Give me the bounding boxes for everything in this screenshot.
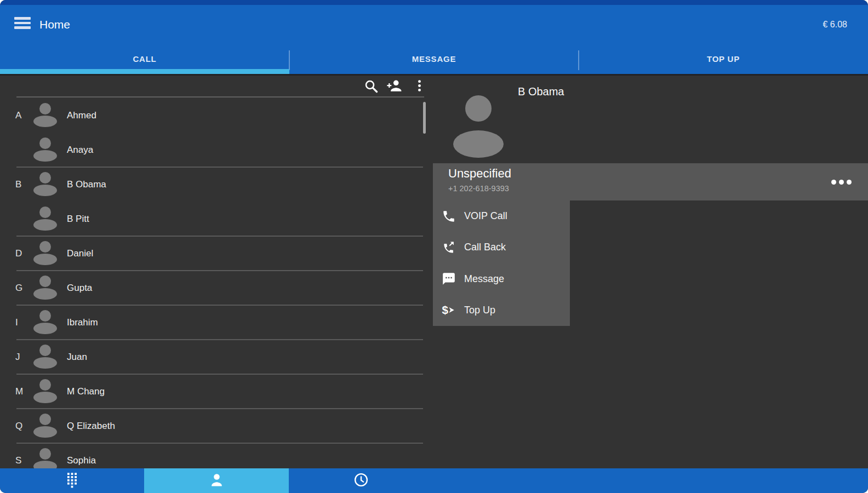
- group-letter: G: [15, 271, 30, 305]
- contact-name: Anaya: [67, 133, 93, 167]
- detail-avatar-icon: [453, 95, 504, 159]
- action-label: Message: [464, 273, 504, 285]
- action-label: Top Up: [464, 305, 495, 316]
- menu-button[interactable]: [13, 14, 33, 33]
- active-tab-indicator: [0, 69, 289, 74]
- contact-name: Juan: [67, 340, 87, 374]
- tab-message-label: MESSAGE: [412, 54, 456, 64]
- contact-row[interactable]: Anaya: [0, 133, 433, 167]
- hamburger-icon: [14, 17, 31, 30]
- tab-message[interactable]: MESSAGE: [289, 48, 579, 69]
- phone-number: +1 202-618-9393: [448, 184, 509, 193]
- contact-group: QQ Elizabeth: [0, 409, 433, 443]
- contact-avatar-icon: [33, 171, 58, 197]
- tab-top-up-label: TOP UP: [707, 54, 740, 64]
- number-type-label: Unspecified: [448, 167, 511, 181]
- tab-separator: [578, 50, 579, 70]
- contact-group: BB ObamaB Pitt: [0, 167, 433, 236]
- content-area: AAhmedAnayaBB ObamaB PittDDanielGGuptaII…: [0, 74, 868, 468]
- status-bar: [0, 0, 868, 5]
- contact-avatar-icon: [33, 240, 58, 266]
- contact-group: DDaniel: [0, 236, 433, 271]
- voip-call-icon: [441, 209, 456, 224]
- scrollbar-thumb[interactable]: [423, 102, 426, 134]
- top-up-icon: $: [441, 302, 456, 318]
- contact-row[interactable]: AAhmed: [0, 98, 433, 133]
- group-letter: B: [15, 167, 30, 202]
- call-back-icon: [441, 240, 456, 255]
- contact-avatar-icon: [33, 309, 58, 335]
- contact-name: Ibrahim: [67, 305, 98, 340]
- message-icon: [441, 271, 456, 286]
- contact-name: B Obama: [67, 167, 106, 202]
- contact-row[interactable]: DDaniel: [0, 236, 433, 271]
- contact-name: M Chang: [67, 374, 105, 409]
- search-button[interactable]: [362, 77, 380, 96]
- more-horizontal-icon: [831, 180, 852, 185]
- contact-row[interactable]: B Pitt: [0, 202, 433, 236]
- bottom-nav: [0, 468, 868, 493]
- svg-text:$: $: [442, 303, 449, 316]
- contact-avatar-icon: [33, 448, 58, 468]
- search-icon: [363, 78, 379, 95]
- contact-group: MM Chang: [0, 374, 433, 409]
- tab-top-up[interactable]: TOP UP: [579, 48, 868, 69]
- contact-row[interactable]: GGupta: [0, 271, 433, 305]
- action-item-call-back[interactable]: Call Back: [433, 232, 570, 263]
- contact-avatar-icon: [33, 379, 58, 404]
- contact-name: Gupta: [67, 271, 92, 305]
- group-letter: M: [15, 374, 30, 409]
- contact-avatar-icon: [33, 413, 58, 439]
- contact-name: Sophia: [67, 443, 96, 468]
- tab-bar: CALL MESSAGE TOP UP: [0, 48, 868, 74]
- contact-avatar-icon: [33, 275, 58, 301]
- add-contact-button[interactable]: [385, 77, 403, 96]
- overflow-icon: [412, 78, 427, 95]
- contact-group: SSophia: [0, 443, 433, 468]
- contact-name: B Pitt: [67, 202, 89, 236]
- contact-row[interactable]: JJuan: [0, 340, 433, 374]
- history-icon: [353, 472, 369, 490]
- contact-row[interactable]: IIbrahim: [0, 305, 433, 340]
- contact-row[interactable]: SSophia: [0, 443, 433, 468]
- tab-separator: [289, 50, 290, 70]
- page-title: Home: [39, 5, 70, 48]
- contact-row[interactable]: QQ Elizabeth: [0, 409, 433, 443]
- add-contact-icon: [386, 77, 403, 96]
- contact-group: AAhmedAnaya: [0, 98, 433, 167]
- contact-avatar-icon: [33, 344, 58, 370]
- app-screen: Home € 6.08 CALL MESSAGE TOP UP: [0, 0, 868, 493]
- action-label: Call Back: [464, 242, 506, 253]
- contact-group: IIbrahim: [0, 305, 433, 340]
- contact-row[interactable]: BB Obama: [0, 167, 433, 202]
- more-options-button[interactable]: [825, 175, 852, 188]
- contact-name: Q Elizabeth: [67, 409, 115, 443]
- nav-dialpad-button[interactable]: [0, 468, 144, 493]
- balance-text: € 6.08: [823, 5, 847, 48]
- nav-history-button[interactable]: [289, 468, 433, 493]
- contact-name: Daniel: [67, 236, 93, 271]
- contact-detail-pane: B Obama Unspecified +1 202-618-9393 VOIP…: [433, 74, 868, 468]
- tab-call[interactable]: CALL: [0, 48, 289, 69]
- contact-name: Ahmed: [67, 98, 96, 133]
- action-item-top-up[interactable]: $Top Up: [433, 295, 570, 326]
- detail-contact-name: B Obama: [518, 85, 564, 98]
- group-letter: D: [15, 236, 30, 271]
- action-item-voip-call[interactable]: VOIP Call: [433, 200, 570, 232]
- nav-contacts-button[interactable]: [144, 468, 289, 493]
- action-item-message[interactable]: Message: [433, 263, 570, 295]
- phone-number-band: Unspecified +1 202-618-9393: [433, 163, 868, 200]
- dialpad-icon: [65, 472, 79, 490]
- action-label: VOIP Call: [464, 210, 507, 222]
- contact-list: AAhmedAnayaBB ObamaB PittDDanielGGuptaII…: [0, 98, 433, 468]
- group-letter: A: [15, 98, 30, 133]
- group-letter: S: [15, 443, 30, 468]
- app-bar: Home € 6.08: [0, 5, 868, 48]
- contact-avatar-icon: [33, 137, 58, 163]
- contact-action-menu: VOIP CallCall BackMessage$Top Up: [433, 200, 570, 326]
- contact-row[interactable]: MM Chang: [0, 374, 433, 409]
- group-letter: J: [15, 340, 30, 374]
- group-letter: Q: [15, 409, 30, 443]
- overflow-button[interactable]: [410, 77, 429, 96]
- tab-call-label: CALL: [133, 54, 156, 64]
